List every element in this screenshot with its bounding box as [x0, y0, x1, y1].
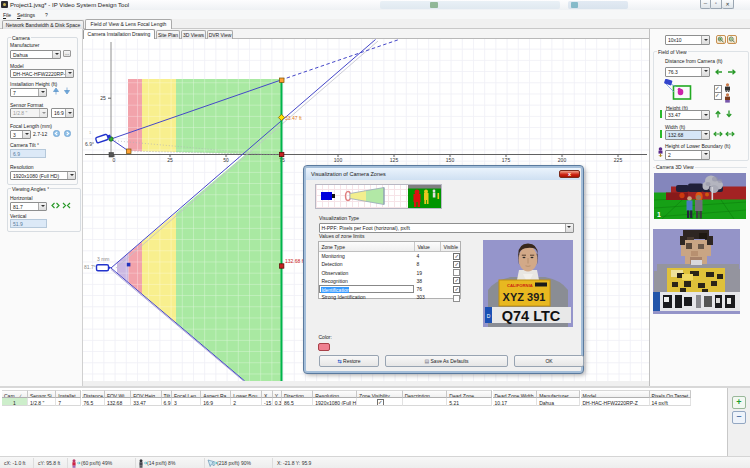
svg-text:6.9°: 6.9° [85, 141, 94, 147]
svg-text:150: 150 [446, 157, 455, 163]
svg-text:XYZ 391: XYZ 391 [503, 291, 546, 303]
svg-text:25: 25 [167, 157, 173, 163]
svg-text:200: 200 [558, 157, 567, 163]
svg-text:50: 50 [223, 157, 229, 163]
svg-text:33.47 ft: 33.47 ft [285, 115, 302, 121]
svg-text:CALIFORNIA: CALIFORNIA [507, 283, 533, 288]
svg-text:100: 100 [334, 157, 343, 163]
svg-text:81.7°: 81.7° [84, 264, 96, 270]
svg-text:1: 1 [657, 211, 661, 218]
svg-text:225: 225 [614, 157, 623, 163]
svg-text:132.68 ft: 132.68 ft [285, 258, 305, 264]
svg-text:D: D [487, 313, 491, 319]
svg-text:125: 125 [390, 157, 399, 163]
svg-text:3 mm: 3 mm [97, 256, 110, 262]
svg-text:25: 25 [100, 95, 106, 101]
svg-text:175: 175 [502, 157, 511, 163]
svg-text:Q74 LTC: Q74 LTC [502, 307, 561, 323]
svg-text:0: 0 [113, 157, 116, 163]
